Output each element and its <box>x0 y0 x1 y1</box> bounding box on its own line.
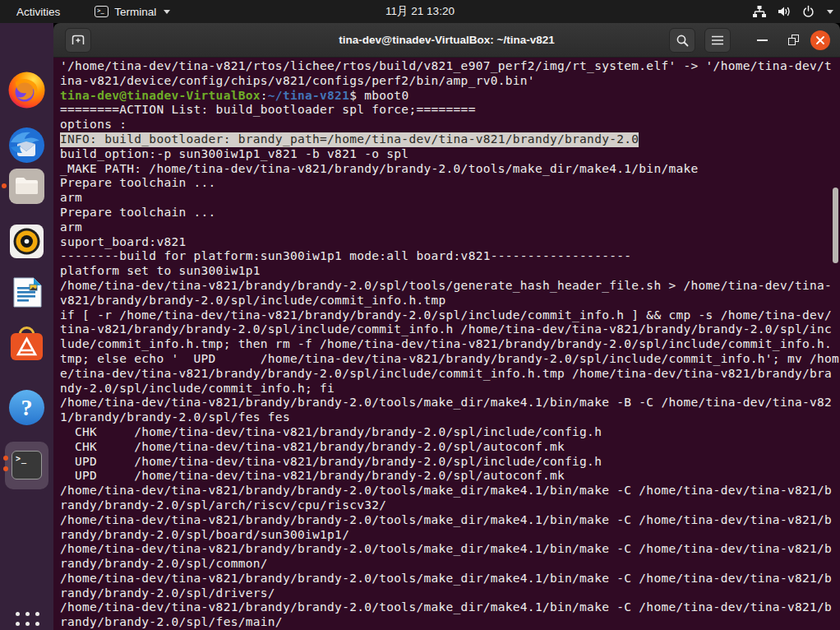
help-icon: ? <box>7 388 46 427</box>
terminal-line: _MAKE PATH: /home/tina-dev/tina-v821/bra… <box>60 162 840 177</box>
libreoffice-writer-icon <box>7 273 46 312</box>
dock-item-libreoffice-writer[interactable] <box>7 273 46 312</box>
chevron-down-icon <box>164 10 170 14</box>
prompt-cmd: $ mboot0 <box>349 89 408 102</box>
terminal-output: '/home/tina-dev/tina-v821/rtos/lichee/rt… <box>60 59 840 630</box>
terminal-line: randy/brandy-2.0/spl/board/sun300iw1p1/ <box>60 528 840 543</box>
search-icon <box>676 34 690 48</box>
prompt-sep: : <box>261 89 268 102</box>
terminal-line: '/home/tina-dev/tina-v821/rtos/lichee/rt… <box>60 59 840 74</box>
terminal-line: platform set to sun300iw1p1 <box>60 264 840 279</box>
minimize-icon <box>757 39 768 41</box>
terminal-line: build_option:-p sun300iw1p1_v821 -b v821… <box>60 147 840 162</box>
svg-text:?: ? <box>21 395 33 420</box>
dock-item-help[interactable]: ? <box>7 388 46 427</box>
hamburger-menu-icon <box>711 35 724 46</box>
dock-item-terminal[interactable]: >_ <box>5 442 48 489</box>
rhythmbox-icon <box>7 222 46 261</box>
files-icon <box>7 167 46 206</box>
terminal-content[interactable]: '/home/tina-dev/tina-v821/rtos/lichee/rt… <box>53 58 840 630</box>
menu-button[interactable] <box>704 28 731 53</box>
terminal-line: lude/commit_info.h.tmp; then rm -f /home… <box>60 337 840 352</box>
chevron-down-icon <box>827 10 833 14</box>
terminal-line: UPD /home/tina-dev/tina-v821/brandy/bran… <box>60 469 840 484</box>
running-indicator <box>3 456 8 461</box>
new-tab-button[interactable] <box>65 28 91 53</box>
ubuntu-software-icon <box>7 325 46 364</box>
terminal-line: /home/tina-dev/tina-v821/brandy/brandy-2… <box>60 513 840 528</box>
terminal-line: 1/brandy/brandy-2.0/spl/fes fes <box>60 410 840 425</box>
dock-item-firefox[interactable] <box>7 71 46 109</box>
terminal-line: ========ACTION List: build_bootloader sp… <box>60 103 840 118</box>
minimize-button[interactable] <box>757 23 768 58</box>
terminal-line: ina-v821/device/config/chips/v821/config… <box>60 74 840 89</box>
firefox-icon <box>7 71 46 109</box>
app-menu-terminal[interactable]: >_ Terminal <box>90 4 175 20</box>
terminal-line: tmp; else echo ' UPD /home/tina-dev/tina… <box>60 352 840 367</box>
system-tray[interactable] <box>752 0 833 23</box>
dock-item-rhythmbox[interactable] <box>7 222 46 261</box>
terminal-line: Prepare toolchain ... <box>60 176 840 191</box>
terminal-line: /home/tina-dev/tina-v821/brandy/brandy-2… <box>60 572 840 586</box>
terminal-line: /home/tina-dev/tina-v821/brandy/brandy-2… <box>60 542 840 557</box>
terminal-line: randy/brandy-2.0/spl/arch/riscv/cpu/risc… <box>60 498 840 513</box>
terminal-line: e/tina-dev/tina-v821/brandy/brandy-2.0/s… <box>60 367 840 382</box>
dock-item-ubuntu-software[interactable] <box>7 325 46 364</box>
terminal-line: randy/brandy-2.0/spl/fes/main/ <box>60 615 840 630</box>
terminal-line: /home/tina-dev/tina-v821/brandy/brandy-2… <box>60 396 840 410</box>
close-icon <box>815 35 825 45</box>
terminal-line: suport_board:v821 <box>60 235 840 250</box>
terminal-line: Prepare toolchain ... <box>60 206 840 220</box>
terminal-line: options : <box>60 118 840 132</box>
scrollbar-thumb[interactable] <box>833 188 838 263</box>
power-icon <box>801 5 815 18</box>
terminal-line: /home/tina-dev/tina-v821/brandy/brandy-2… <box>60 600 840 615</box>
terminal-line: arm <box>60 220 840 235</box>
network-icon <box>752 5 767 18</box>
terminal-dock-icon: >_ <box>12 451 42 479</box>
prompt-user: tina-dev@tinadev-VirtualBox <box>60 89 261 102</box>
app-menu-label: Terminal <box>114 6 156 18</box>
terminal-line: UPD /home/tina-dev/tina-v821/brandy/bran… <box>60 455 840 470</box>
show-applications-button[interactable] <box>12 609 42 630</box>
terminal-line: /home/tina-dev/tina-v821/brandy/brandy-2… <box>60 279 840 294</box>
title-bar[interactable]: tina-dev@tinadev-VirtualBox: ~/tina-v821 <box>53 23 840 58</box>
activities-button[interactable]: Activities <box>10 4 67 20</box>
terminal-line: randy/brandy-2.0/spl/common/ <box>60 557 840 572</box>
prompt-path: ~/tina-v821 <box>268 89 349 102</box>
terminal-line: v821/brandy/brandy-2.0/spl/include/commi… <box>60 294 840 308</box>
top-bar: Activities >_ Terminal 11月 21 13:20 <box>0 0 840 23</box>
terminal-line: arm <box>60 191 840 206</box>
new-tab-icon <box>71 33 85 48</box>
terminal-line: if [ -r /home/tina-dev/tina-v821/brandy/… <box>60 308 840 323</box>
running-indicator <box>3 466 8 471</box>
terminal-mini-icon: >_ <box>95 6 108 17</box>
search-button[interactable] <box>669 28 695 53</box>
running-indicator <box>2 183 7 188</box>
dock: ? >_ <box>0 23 53 630</box>
close-button[interactable] <box>810 30 830 50</box>
terminal-line: INFO: build_bootloader: brandy_path=/hom… <box>60 132 639 147</box>
terminal-line: CHK /home/tina-dev/tina-v821/brandy/bran… <box>60 440 840 455</box>
terminal-line: --------build for platform:sun300iw1p1 m… <box>60 249 840 264</box>
terminal-line: /home/tina-dev/tina-v821/brandy/brandy-2… <box>60 484 840 498</box>
terminal-line: CHK /home/tina-dev/tina-v821/brandy/bran… <box>60 425 840 440</box>
dock-item-thunderbird[interactable] <box>7 126 46 164</box>
terminal-line: ndy-2.0/spl/include/commit_info.h; fi <box>60 382 840 396</box>
terminal-line: tina-v821/brandy/brandy-2.0/spl/include/… <box>60 322 840 337</box>
thunderbird-icon <box>7 126 46 164</box>
terminal-line: tina-dev@tinadev-VirtualBox:~/tina-v821$… <box>60 89 840 104</box>
dock-item-files[interactable] <box>7 167 46 206</box>
terminal-window: tina-dev@tinadev-VirtualBox: ~/tina-v821 <box>53 23 840 630</box>
terminal-line: randy/brandy-2.0/spl/drivers/ <box>60 586 840 601</box>
volume-icon <box>777 5 792 18</box>
